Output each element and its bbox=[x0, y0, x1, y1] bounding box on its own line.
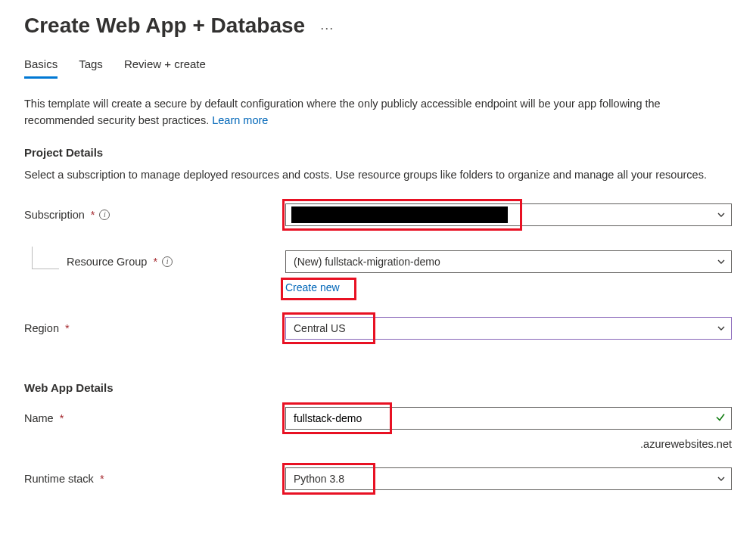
resource-group-label: Resource Group * i bbox=[24, 256, 285, 268]
tree-connector-icon bbox=[32, 247, 59, 269]
subscription-label-text: Subscription bbox=[24, 209, 85, 221]
project-details-description: Select a subscription to manage deployed… bbox=[24, 166, 732, 183]
name-label: Name * bbox=[24, 412, 285, 424]
resource-group-label-text: Resource Group bbox=[67, 256, 147, 268]
required-indicator: * bbox=[153, 256, 157, 268]
runtime-label-text: Runtime stack bbox=[24, 473, 94, 485]
intro-text: This template will create a secure by de… bbox=[24, 95, 732, 129]
name-label-text: Name bbox=[24, 412, 54, 424]
runtime-stack-label: Runtime stack * bbox=[24, 473, 285, 485]
name-input[interactable] bbox=[285, 407, 732, 430]
tab-tags[interactable]: Tags bbox=[79, 57, 103, 79]
page-title: Create Web App + Database bbox=[24, 14, 305, 38]
more-icon[interactable]: ··· bbox=[320, 20, 334, 36]
required-indicator: * bbox=[65, 322, 70, 334]
required-indicator: * bbox=[100, 473, 104, 485]
resource-group-select[interactable]: (New) fullstack-migration-demo bbox=[285, 250, 732, 273]
tab-basics[interactable]: Basics bbox=[24, 57, 58, 79]
region-label-text: Region bbox=[24, 322, 59, 334]
runtime-stack-select[interactable]: Python 3.8 bbox=[285, 467, 732, 490]
info-icon[interactable]: i bbox=[162, 256, 173, 267]
domain-suffix: .azurewebsites.net bbox=[285, 438, 732, 450]
redacted-value bbox=[291, 206, 508, 223]
required-indicator: * bbox=[60, 412, 64, 424]
required-indicator: * bbox=[91, 209, 95, 221]
check-icon bbox=[715, 412, 726, 425]
region-value: Central US bbox=[294, 322, 345, 334]
project-details-heading: Project Details bbox=[24, 146, 732, 159]
webapp-details-heading: Web App Details bbox=[24, 381, 732, 394]
tab-review-create[interactable]: Review + create bbox=[124, 57, 206, 79]
learn-more-link[interactable]: Learn more bbox=[212, 114, 268, 126]
region-select[interactable]: Central US bbox=[285, 317, 732, 340]
resource-group-value: (New) fullstack-migration-demo bbox=[294, 256, 440, 268]
tab-bar: Basics Tags Review + create bbox=[24, 57, 732, 79]
intro-body: This template will create a secure by de… bbox=[24, 98, 661, 126]
info-icon[interactable]: i bbox=[99, 210, 110, 220]
create-new-link[interactable]: Create new bbox=[285, 281, 340, 293]
region-label: Region * bbox=[24, 322, 285, 334]
subscription-label: Subscription * i bbox=[24, 209, 285, 221]
runtime-value: Python 3.8 bbox=[294, 473, 344, 485]
